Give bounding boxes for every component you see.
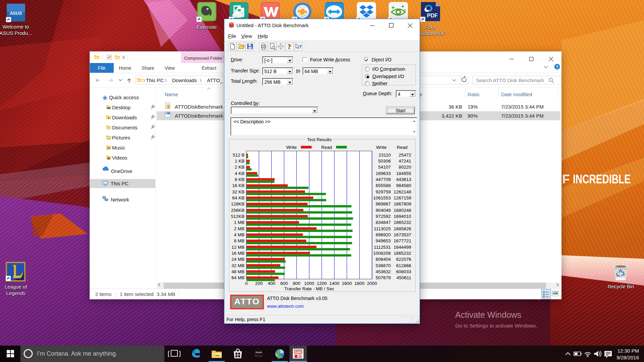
svg-text:54107: 54107 [378, 165, 391, 170]
svg-text:929759: 929759 [376, 189, 391, 194]
svg-text:507679: 507679 [376, 275, 391, 280]
svg-text:/SUS: /SUS [256, 351, 262, 354]
svg-text:256KB: 256KB [231, 208, 245, 213]
svg-text:Transfer Rate - MB / Sec: Transfer Rate - MB / Sec [284, 286, 334, 291]
svg-text:1665232: 1665232 [393, 220, 411, 225]
svg-text:Write: Write [286, 145, 297, 150]
svg-text:ATTODiskBenchmark: ATTODiskBenchmark [175, 104, 223, 110]
svg-text:This PC: This PC [111, 181, 129, 186]
svg-text:1673537: 1673537 [393, 232, 411, 237]
svg-text:200: 200 [255, 281, 263, 286]
svg-text:1644499: 1644499 [393, 245, 411, 250]
svg-text:16 KB: 16 KB [232, 183, 245, 188]
svg-text:1665232: 1665232 [393, 251, 411, 256]
svg-text:Downloads: Downloads [172, 77, 197, 83]
svg-text:1667809: 1667809 [393, 201, 411, 206]
svg-text:Documents: Documents [112, 125, 138, 130]
svg-text:2 items: 2 items [95, 291, 111, 297]
svg-text:OneDrive: OneDrive [111, 168, 132, 174]
svg-text:50306: 50306 [378, 159, 391, 164]
svg-text:904049: 904049 [376, 208, 391, 213]
svg-text:?: ? [556, 65, 558, 69]
svg-text:1262148: 1262148 [393, 189, 411, 194]
svg-text:128KB: 128KB [231, 201, 245, 206]
svg-text:ASUS: ASUS [9, 11, 22, 16]
svg-text:23110: 23110 [378, 153, 391, 158]
svg-text:Name: Name [165, 92, 178, 97]
svg-text:This PC: This PC [146, 77, 164, 83]
svg-text:Desktop: Desktop [112, 105, 130, 110]
svg-text:80220: 80220 [398, 165, 411, 170]
svg-text:90%: 90% [468, 113, 478, 119]
svg-text:1000: 1000 [304, 281, 314, 286]
svg-text:0: 0 [245, 281, 248, 286]
svg-text:Music: Music [112, 145, 125, 150]
svg-text:2 KB: 2 KB [235, 165, 245, 170]
svg-text:8 KB: 8 KB [235, 177, 245, 182]
svg-text:32 KB: 32 KB [232, 189, 245, 194]
svg-text:24 MB: 24 MB [231, 257, 245, 262]
svg-text:536870: 536870 [376, 263, 391, 268]
svg-text:1112531: 1112531 [374, 245, 391, 250]
svg-text:12 MB: 12 MB [231, 245, 245, 250]
svg-text:I’m Cortana. Ask me anything.: I’m Cortana. Ask me anything. [37, 350, 117, 357]
svg-text:1600: 1600 [342, 281, 352, 286]
svg-text:453632: 453632 [376, 269, 391, 274]
svg-text:608033: 608033 [396, 269, 411, 274]
svg-text:1061553: 1061553 [373, 195, 391, 200]
svg-text:7/23/2015 3:44 PM: 7/23/2015 3:44 PM [501, 104, 544, 110]
svg-text:8 MB: 8 MB [234, 238, 245, 243]
svg-text:1685826: 1685826 [393, 226, 411, 231]
svg-text:2 MB: 2 MB [234, 226, 245, 231]
svg-text:1694010: 1694010 [393, 214, 411, 219]
svg-text:PDF: PDF [427, 13, 438, 18]
svg-text:1 MB: 1 MB [234, 220, 245, 225]
svg-text:1008208: 1008208 [373, 251, 391, 256]
svg-text:Read: Read [321, 145, 332, 150]
svg-text:7/23/2015 3:44 PM: 7/23/2015 3:44 PM [501, 113, 544, 119]
svg-text:1677721: 1677721 [393, 238, 411, 243]
svg-text:655588: 655588 [376, 183, 391, 188]
svg-text:969867: 969867 [376, 201, 391, 206]
svg-text:512 B: 512 B [233, 153, 245, 158]
svg-text:1 KB: 1 KB [235, 159, 245, 164]
svg-text:Videos: Videos [112, 155, 127, 161]
svg-text:2000: 2000 [367, 281, 377, 286]
svg-text:ATTODiskBenchmark: ATTODiskBenchmark [175, 113, 223, 119]
svg-text:984580: 984580 [396, 183, 411, 188]
svg-text:972592: 972592 [376, 214, 391, 219]
svg-text:949653: 949653 [376, 238, 391, 243]
svg-text:1113025: 1113025 [374, 226, 391, 231]
svg-text:64 MB: 64 MB [231, 275, 245, 280]
svg-text:Network: Network [111, 197, 129, 202]
svg-text:896920: 896920 [376, 232, 391, 237]
svg-text:Downloads: Downloads [112, 115, 137, 120]
svg-text:19%: 19% [468, 104, 478, 110]
svg-text:1267159: 1267159 [393, 195, 411, 200]
svg-text:Search ATTO Disk Benchmark: Search ATTO Disk Benchmark [476, 77, 544, 83]
svg-text:ATTO_: ATTO_ [207, 77, 223, 83]
svg-text:443613: 443613 [396, 177, 411, 182]
svg-text:612866: 612866 [396, 263, 411, 268]
svg-text:GeForce: GeForce [255, 355, 262, 357]
svg-text:4 MB: 4 MB [234, 232, 245, 237]
svg-text:Read: Read [397, 145, 408, 150]
svg-text:169633: 169633 [376, 171, 391, 176]
svg-text:622076: 622076 [396, 257, 411, 262]
svg-text:450611: 450611 [396, 275, 411, 280]
svg-text:1680248: 1680248 [393, 208, 411, 213]
svg-text:3.34 MB: 3.34 MB [157, 291, 175, 297]
svg-text:Ratio: Ratio [468, 92, 479, 97]
svg-text:834847: 834847 [376, 220, 391, 225]
svg-text:447709: 447709 [376, 177, 391, 182]
svg-text:ATTO: ATTO [295, 350, 301, 353]
svg-text:47241: 47241 [398, 159, 411, 164]
svg-text:48 MB: 48 MB [231, 269, 245, 274]
svg-text:View: View [165, 65, 175, 71]
svg-text:?: ? [287, 43, 291, 50]
svg-text:Quick access: Quick access [109, 95, 139, 100]
svg-text:Date modified: Date modified [501, 92, 532, 97]
svg-text:36 KB: 36 KB [448, 104, 462, 110]
svg-text:4 KB: 4 KB [235, 171, 245, 176]
svg-text:Home: Home [119, 65, 131, 71]
